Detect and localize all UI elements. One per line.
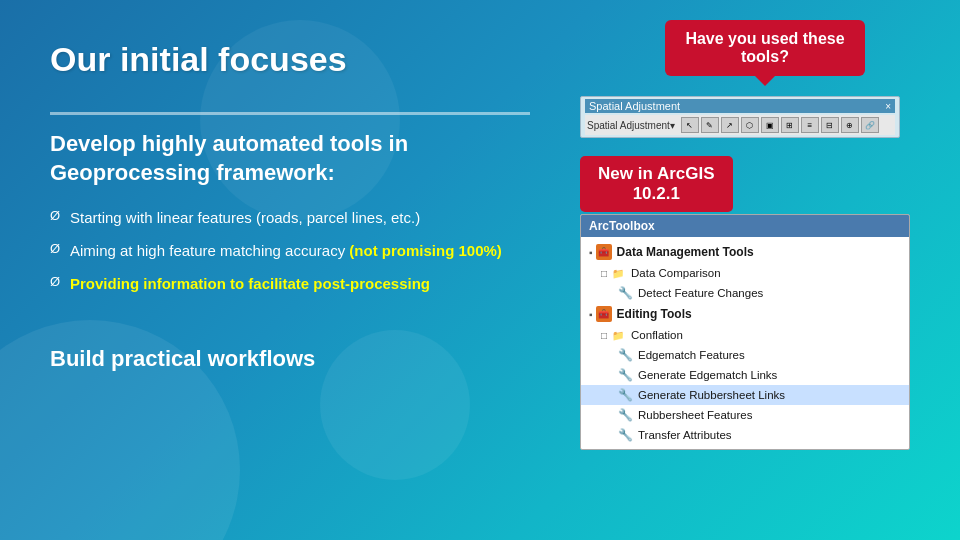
bullet-item-3: Providing information to facilitate post… [50,273,530,294]
bullet-text-2a: Aiming at high feature matching accuracy [70,242,349,259]
slide-container: Our initial focuses Develop highly autom… [0,0,960,540]
toolbox-detect-feature[interactable]: 🔧 Detect Feature Changes [581,283,909,303]
toolbox-items: ▪ 🧰 Data Management Tools □ 📁 Data Compa… [581,237,909,449]
right-panel: Have you used these tools? Spatial Adjus… [560,0,960,540]
icon-conflation: 📁 [610,327,626,343]
arctoolbox-panel: ArcToolbox ▪ 🧰 Data Management Tools □ 📁… [580,214,910,450]
label-gen-edgematch-links: Generate Edgematch Links [638,369,777,381]
tb-btn-2[interactable]: ✎ [701,117,719,133]
bg-circle-2 [200,20,400,220]
icon-gen-rubbersheet-links: 🔧 [617,387,633,403]
label-edgematch-features: Edgematch Features [638,349,745,361]
bullet-item-1: Starting with linear features (roads, pa… [50,207,530,228]
tb-btn-7[interactable]: ≡ [801,117,819,133]
label-transfer-attributes: Transfer Attributes [638,429,732,441]
toolbox-transfer-attributes[interactable]: 🔧 Transfer Attributes [581,425,909,445]
label-gen-rubbersheet-links: Generate Rubbersheet Links [638,389,785,401]
expand-editing: ▪ [589,309,593,320]
tb-btn-1[interactable]: ↖ [681,117,699,133]
icon-rubbersheet-features: 🔧 [617,407,633,423]
toolbox-editing[interactable]: ▪ 🧰 Editing Tools [581,303,909,325]
bullet-list: Starting with linear features (roads, pa… [50,207,530,306]
bullet-text-2b: (not promising 100%) [349,242,502,259]
toolbox-conflation[interactable]: □ 📁 Conflation [581,325,909,345]
bullet-text-1: Starting with linear features (roads, pa… [70,209,420,226]
label-editing: Editing Tools [617,307,692,321]
label-detect-feature: Detect Feature Changes [638,287,763,299]
new-badge-line1: New in ArcGIS [598,164,715,184]
tb-btn-10[interactable]: 🔗 [861,117,879,133]
tooltip-line2: tools? [685,48,844,66]
icon-data-comparison: 📁 [610,265,626,281]
label-data-mgmt: Data Management Tools [617,245,754,259]
toolbar-close-btn[interactable]: × [885,101,891,112]
toolbox-gen-rubbersheet-links[interactable]: 🔧 Generate Rubbersheet Links [581,385,909,405]
toolbox-data-comparison[interactable]: □ 📁 Data Comparison [581,263,909,283]
toolbar-title: Spatial Adjustment [589,100,680,112]
toolbar-sub-label[interactable]: Spatial Adjustment▾ [587,120,675,131]
tooltip-bubble: Have you used these tools? [665,20,864,76]
spatial-toolbar: Spatial Adjustment × Spatial Adjustment▾… [580,96,900,138]
icon-detect-feature: 🔧 [617,285,633,301]
toolbox-gen-edgematch-links[interactable]: 🔧 Generate Edgematch Links [581,365,909,385]
toolbar-title-bar: Spatial Adjustment × [585,99,895,113]
expand-conflation: □ [601,330,607,341]
toolbox-edgematch-features[interactable]: 🔧 Edgematch Features [581,345,909,365]
tb-btn-6[interactable]: ⊞ [781,117,799,133]
tb-btn-8[interactable]: ⊟ [821,117,839,133]
label-conflation: Conflation [631,329,683,341]
icon-editing: 🧰 [596,306,612,322]
icon-transfer-attributes: 🔧 [617,427,633,443]
icon-edgematch-features: 🔧 [617,347,633,363]
arctoolbox-header: ArcToolbox [581,215,909,237]
icon-data-mgmt: 🧰 [596,244,612,260]
tooltip-line1: Have you used these [685,30,844,48]
toolbox-rubbersheet-features[interactable]: 🔧 Rubbersheet Features [581,405,909,425]
tb-btn-4[interactable]: ⬡ [741,117,759,133]
bullet-text-3: Providing information to facilitate post… [70,275,430,292]
bg-circle-3 [320,330,470,480]
bullet-item-2: Aiming at high feature matching accuracy… [50,240,530,261]
label-data-comparison: Data Comparison [631,267,720,279]
label-rubbersheet-features: Rubbersheet Features [638,409,752,421]
tb-btn-5[interactable]: ▣ [761,117,779,133]
expand-data-comparison: □ [601,268,607,279]
tb-btn-9[interactable]: ⊕ [841,117,859,133]
new-badge-line2: 10.2.1 [598,184,715,204]
new-arcgis-badge: New in ArcGIS 10.2.1 [580,156,733,212]
toolbar-buttons: Spatial Adjustment▾ ↖ ✎ ↗ ⬡ ▣ ⊞ ≡ ⊟ ⊕ 🔗 [585,115,895,135]
tb-btn-3[interactable]: ↗ [721,117,739,133]
icon-gen-edgematch-links: 🔧 [617,367,633,383]
expand-data-mgmt: ▪ [589,247,593,258]
toolbox-data-mgmt[interactable]: ▪ 🧰 Data Management Tools [581,241,909,263]
